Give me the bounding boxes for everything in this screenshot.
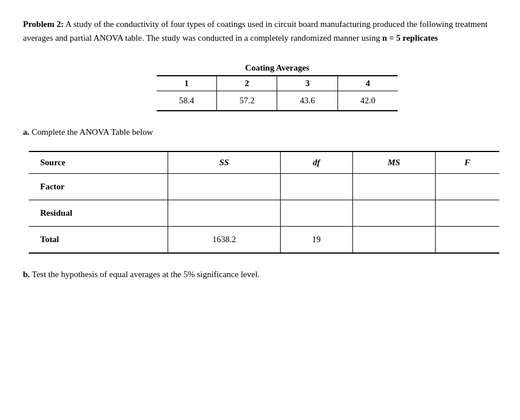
coating-header-row: 1 2 3 4 [157, 76, 398, 91]
anova-total-f [435, 227, 499, 254]
coating-value-1: 58.4 [157, 91, 217, 111]
section-b-text: Test the hypothesis of equal averages at… [30, 270, 259, 279]
anova-header-df: df [280, 151, 352, 174]
coating-title-row: Coating Averages [157, 61, 398, 76]
anova-row-factor: Factor [29, 174, 499, 200]
anova-header-ss: SS [168, 151, 280, 174]
anova-residual-source: Residual [29, 200, 168, 227]
section-a-label: a. Complete the ANOVA Table below [23, 127, 497, 137]
problem-label: Problem 2: [23, 20, 64, 29]
coating-table-wrapper: Coating Averages 1 2 3 4 58.4 57.2 43.6 … [57, 61, 497, 111]
anova-factor-ss [168, 174, 280, 200]
anova-table-wrapper: Source SS df MS F Factor Residual [29, 151, 497, 254]
anova-header-row: Source SS df MS F [29, 151, 499, 174]
anova-total-ms [352, 227, 435, 254]
problem-text: Problem 2: A study of the conductivity o… [23, 17, 494, 45]
section-b-letter: b. [23, 270, 30, 279]
anova-header-ms: MS [352, 151, 435, 174]
anova-total-ss: 1638.2 [168, 227, 280, 254]
anova-factor-df [280, 174, 352, 200]
anova-header-source: Source [29, 151, 168, 174]
anova-table: Source SS df MS F Factor Residual [29, 151, 499, 254]
anova-row-total: Total 1638.2 19 [29, 227, 499, 254]
anova-residual-ms [352, 200, 435, 227]
coating-data-row: 58.4 57.2 43.6 42.0 [157, 91, 398, 111]
anova-header-f: F [435, 151, 499, 174]
anova-residual-ss [168, 200, 280, 227]
coating-header-2: 2 [217, 76, 277, 91]
anova-factor-f [435, 174, 499, 200]
anova-factor-source: Factor [29, 174, 168, 200]
coating-header-4: 4 [337, 76, 398, 91]
anova-total-df: 19 [280, 227, 352, 254]
coating-value-4: 42.0 [337, 91, 398, 111]
coating-value-2: 57.2 [217, 91, 277, 111]
coating-title: Coating Averages [157, 61, 398, 76]
coating-value-3: 43.6 [277, 91, 337, 111]
section-a-letter: a. [23, 127, 29, 137]
anova-residual-df [280, 200, 352, 227]
coating-header-1: 1 [157, 76, 217, 91]
coating-averages-table: Coating Averages 1 2 3 4 58.4 57.2 43.6 … [157, 61, 398, 111]
section-a-text: Complete the ANOVA Table below [29, 127, 153, 137]
anova-residual-f [435, 200, 499, 227]
problem-equals: = 5 replicates [387, 33, 438, 42]
anova-total-source: Total [29, 227, 168, 254]
coating-header-3: 3 [277, 76, 337, 91]
section-b-label: b. Test the hypothesis of equal averages… [23, 270, 497, 279]
anova-factor-ms [352, 174, 435, 200]
anova-row-residual: Residual [29, 200, 499, 227]
